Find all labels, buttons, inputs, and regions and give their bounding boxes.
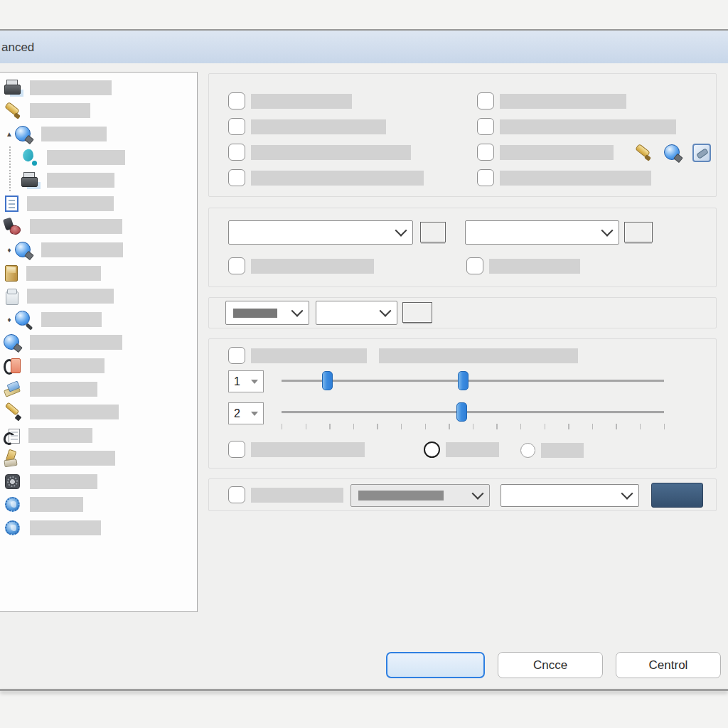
redacted-item-label — [30, 335, 122, 350]
checkbox-row — [477, 118, 676, 135]
slider-track[interactable] — [282, 380, 664, 382]
checkbox[interactable] — [228, 486, 245, 503]
checkbox[interactable] — [477, 92, 494, 109]
redacted-item-label — [30, 405, 119, 419]
redacted-checkbox-label — [251, 145, 411, 160]
sidebar-item[interactable] — [0, 447, 197, 471]
chisel-icon[interactable] — [634, 144, 652, 161]
group-slider-settings: 1 2 — [208, 338, 717, 469]
spinner-value: 2 — [234, 407, 240, 420]
tree-connector — [9, 170, 12, 191]
redacted-item-label — [30, 474, 97, 489]
checkbox[interactable] — [228, 118, 245, 135]
checkbox-row — [228, 144, 424, 161]
sidebar-item[interactable] — [0, 516, 197, 540]
sidebar-item[interactable] — [0, 424, 197, 447]
sidebar-item[interactable] — [0, 354, 197, 378]
slider-handle[interactable] — [456, 402, 467, 422]
checkbox[interactable] — [228, 257, 245, 274]
sidebar-item[interactable] — [0, 493, 197, 517]
sidebar-item[interactable]: ♦ — [0, 238, 197, 262]
slider-track[interactable] — [282, 411, 664, 414]
slider2-spinner[interactable]: 2 — [228, 402, 264, 424]
color-mode-dropdown-right[interactable] — [465, 220, 619, 245]
bulb-icon[interactable] — [664, 144, 682, 161]
window-title: anced — [1, 41, 34, 55]
control-button[interactable]: Centrol — [616, 652, 721, 678]
sidebar-item[interactable] — [0, 470, 197, 493]
sidebar-item[interactable]: ▲ — [0, 122, 197, 146]
stamp-icon — [4, 218, 21, 235]
checkbox[interactable] — [228, 347, 245, 364]
bulb-icon — [15, 241, 33, 259]
cancel-button[interactable]: Cncce — [498, 652, 603, 678]
sidebar-item[interactable] — [0, 215, 197, 239]
brush-icon — [21, 149, 38, 166]
checkbox[interactable] — [477, 118, 494, 135]
redacted-item-label — [27, 289, 114, 304]
bulb-icon — [4, 333, 21, 351]
redacted-checkbox-label — [251, 94, 352, 109]
sidebar-item[interactable] — [0, 146, 197, 169]
jar-icon — [6, 291, 18, 305]
redacted-item-label — [30, 80, 112, 95]
redacted-checkbox-label — [251, 259, 374, 274]
green-color-swatch[interactable] — [402, 302, 432, 323]
slider-handle[interactable] — [458, 371, 469, 390]
checkbox[interactable] — [477, 144, 494, 161]
printer-icon — [4, 80, 21, 97]
sidebar-item[interactable] — [0, 284, 197, 308]
sidebar-item[interactable] — [0, 76, 197, 100]
sidebar-item[interactable] — [0, 378, 197, 401]
checkbox[interactable] — [466, 257, 483, 274]
sidebar-item[interactable]: ♦ — [0, 308, 197, 331]
checkbox[interactable] — [228, 144, 245, 161]
settings-tree-sidebar[interactable]: ▲ — [0, 72, 198, 612]
spinner-value: 1 — [234, 375, 240, 388]
redacted-item-label — [47, 173, 114, 188]
slider-handle[interactable] — [322, 371, 333, 390]
slider-2[interactable] — [282, 402, 664, 422]
radio-button-2[interactable] — [520, 443, 535, 458]
radio-button-1[interactable] — [424, 441, 440, 458]
checkbox[interactable] — [228, 169, 245, 186]
value-dropdown[interactable] — [225, 301, 309, 325]
framed-icon[interactable] — [692, 144, 711, 162]
sidebar-item[interactable] — [0, 331, 197, 355]
color-mode-dropdown-left[interactable] — [228, 220, 413, 245]
sidebar-item[interactable] — [0, 262, 197, 285]
apply-action-button[interactable] — [651, 483, 703, 508]
sidebar-item[interactable] — [0, 168, 197, 192]
sidebar-item[interactable] — [0, 192, 197, 215]
checkbox-row — [477, 169, 676, 186]
gear-icon — [5, 520, 20, 535]
redacted-item-label — [41, 312, 102, 327]
slider-tick-marks — [282, 424, 665, 429]
unit-dropdown[interactable] — [316, 301, 397, 325]
redacted-item-label — [41, 127, 107, 141]
checkbox[interactable] — [228, 92, 245, 109]
ok-default-button[interactable] — [386, 652, 485, 678]
redacted-item-label — [30, 451, 115, 466]
redacted-item-label — [30, 103, 90, 118]
redacted-checkbox-label — [251, 348, 367, 363]
checkbox[interactable] — [477, 169, 494, 186]
slider1-spinner[interactable]: 1 — [228, 370, 264, 392]
checkbox-row — [228, 118, 424, 135]
checkbox[interactable] — [228, 441, 245, 458]
teal-color-swatch[interactable] — [420, 222, 446, 242]
target-dropdown[interactable] — [500, 484, 639, 507]
preset-dropdown[interactable] — [350, 484, 490, 507]
checkbox-column-right — [477, 92, 676, 186]
sidebar-item[interactable] — [0, 400, 197, 424]
sidebar-item[interactable] — [0, 100, 197, 123]
document-icon — [5, 196, 18, 212]
checkbox-row — [228, 169, 424, 186]
title-bar[interactable]: anced — [0, 29, 728, 65]
boot-icon — [4, 449, 21, 467]
blue-color-swatch[interactable] — [624, 222, 653, 242]
redacted-checkbox-label — [251, 171, 424, 186]
bulb-icon — [15, 125, 33, 143]
magnifier-icon — [15, 311, 33, 328]
slider-1[interactable] — [282, 371, 664, 391]
